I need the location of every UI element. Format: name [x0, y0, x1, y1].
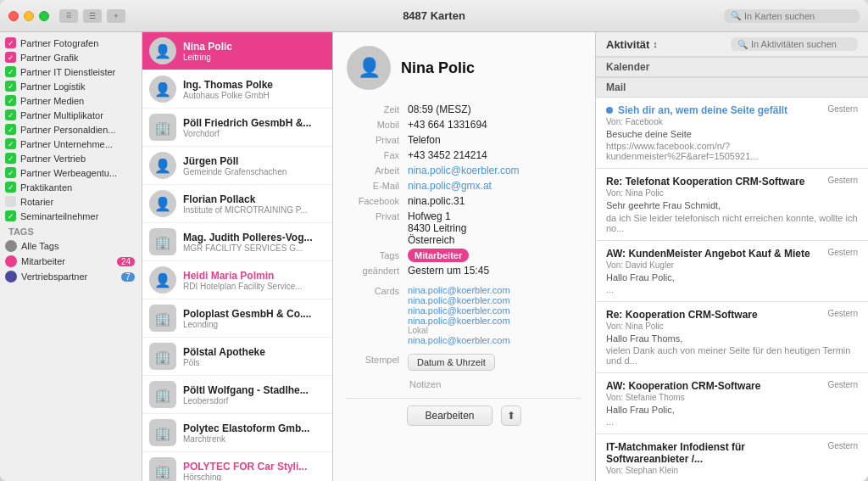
- sidebar-checkbox[interactable]: ✓: [5, 37, 16, 48]
- global-search[interactable]: 🔍: [724, 9, 860, 23]
- mail-item-mail-2[interactable]: Re: Telefonat Kooperation CRM-SoftwareGe…: [596, 169, 868, 240]
- tag-color-icon: [5, 271, 17, 282]
- contact-name: Polytec Elastoform Gmb...: [183, 422, 326, 434]
- sidebar-item-partner-unternehmen[interactable]: ✓Partner Unternehme...: [0, 137, 142, 151]
- sidebar-item-label: Praktikanten: [20, 182, 135, 193]
- sidebar-checkbox[interactable]: [5, 196, 16, 207]
- mail-date: Gestern: [827, 309, 858, 318]
- global-search-input[interactable]: [744, 11, 853, 21]
- mail-subject: AW: Kooperation CRM-Software: [606, 380, 822, 392]
- detail-field-label: Tags: [347, 249, 404, 260]
- contact-item-thomas-polke[interactable]: 👤Ing. Thomas PolkeAutohaus Polke GmbH: [142, 70, 332, 109]
- mail-item-header: Re: Kooperation CRM-SoftwareGestern: [606, 309, 858, 321]
- activity-search[interactable]: 🔍: [731, 37, 858, 51]
- contact-item-polytec-car[interactable]: 🏢POLYTEC FOR Car Styli...Hörsching: [142, 452, 332, 481]
- sidebar-item-seminarteilnehmer[interactable]: ✓Seminarteilnehmer: [0, 209, 142, 223]
- tag-color-icon: [5, 255, 17, 267]
- email-link[interactable]: nina.polic@koerbler.com: [408, 165, 520, 176]
- sidebar-item-rotarier[interactable]: Rotarier: [0, 194, 142, 209]
- activity-search-input[interactable]: [751, 39, 851, 49]
- contact-item-nina-polic[interactable]: 👤Nina PolicLeitring: [142, 32, 332, 70]
- contact-info: Poloplast GesmbH & Co....Leonding: [183, 308, 326, 329]
- contact-item-poell-friedrich[interactable]: 🏢Pöll Friedrich GesmbH &...Vorchdorf: [142, 109, 332, 147]
- edit-button[interactable]: Bearbeiten: [407, 405, 492, 426]
- sidebar-item-partner-fotografen[interactable]: ✓Partner Fotografen: [0, 36, 142, 50]
- mail-item-mail-6[interactable]: IT-Matchmaker Infodienst für Softwareanb…: [596, 434, 868, 481]
- titlebar: ⠿ ☰ + 8487 Karten 🔍: [0, 0, 868, 32]
- detail-avatar: 👤: [347, 46, 391, 90]
- add-contact-icon[interactable]: +: [107, 9, 125, 23]
- sidebar-item-praktikanten[interactable]: ✓Praktikanten: [0, 180, 142, 194]
- view-grid-icon[interactable]: ☰: [83, 9, 102, 23]
- contact-avatar: 👤: [149, 76, 176, 103]
- sidebar-checkbox[interactable]: ✓: [5, 167, 16, 178]
- contact-sub: Marchtrenk: [183, 434, 326, 444]
- card-link[interactable]: nina.polic@koerbler.com: [408, 335, 510, 345]
- mail-item-mail-1[interactable]: Sieh dir an, wem deine Seite gefälltGest…: [596, 98, 868, 169]
- detail-field-row: Fax+43 3452 214214: [347, 148, 581, 163]
- contact-item-poelstal-apotheke[interactable]: 🏢Pölstal ApothekePöls: [142, 338, 332, 376]
- sidebar-tag-alle-tags[interactable]: Alle Tags: [0, 238, 142, 254]
- sidebar-item-partner-logistik[interactable]: ✓Partner Logistik: [0, 79, 142, 93]
- mail-item-header: IT-Matchmaker Infodienst für Softwareanb…: [606, 441, 858, 465]
- sidebar-item-partner-it[interactable]: ✓Partner IT Dienstleister: [0, 64, 142, 79]
- sidebar-checkbox[interactable]: ✓: [5, 66, 16, 77]
- sidebar-checkbox[interactable]: ✓: [5, 81, 16, 92]
- sidebar-item-partner-grafik[interactable]: ✓Partner Grafik: [0, 50, 142, 64]
- detail-field-value[interactable]: nina.polic@koerbler.com: [408, 165, 581, 176]
- stempel-button[interactable]: Datum & Uhrzeit: [408, 354, 495, 371]
- sidebar-checkbox[interactable]: ✓: [5, 124, 16, 135]
- share-button[interactable]: ⬆: [501, 405, 521, 426]
- sidebar-item-partner-vertrieb[interactable]: ✓Partner Vertrieb: [0, 151, 142, 165]
- sidebar-checkbox[interactable]: ✓: [5, 182, 16, 193]
- sidebar-tag-vertriebspartner[interactable]: Vertriebspartner7: [0, 269, 142, 284]
- tag-badge: 24: [117, 257, 135, 266]
- sidebar-checkbox[interactable]: ✓: [5, 138, 16, 149]
- contact-sub: MGR FACILITY SERVICES G...: [183, 243, 326, 253]
- maximize-button[interactable]: [39, 11, 49, 21]
- view-list-icon[interactable]: ⠿: [59, 9, 78, 23]
- detail-field-label: Privat: [347, 210, 404, 221]
- contact-item-judith-polleres[interactable]: 🏢Mag. Judith Polleres-Vog...MGR FACILITY…: [142, 223, 332, 261]
- email-link[interactable]: nina.polic@gmx.at: [408, 180, 492, 192]
- close-button[interactable]: [8, 11, 19, 21]
- mail-preview-extra: https://www.facebook.com/n/?kundenmeiste…: [606, 141, 858, 161]
- sidebar-item-partner-multiplikator[interactable]: ✓Partner Multiplikator: [0, 108, 142, 122]
- card-link[interactable]: nina.polic@koerbler.com: [408, 316, 510, 326]
- sidebar-checkbox[interactable]: ✓: [5, 153, 16, 164]
- sidebar-checkbox[interactable]: ✓: [5, 52, 16, 63]
- unread-dot: [606, 107, 613, 114]
- sidebar-checkbox[interactable]: ✓: [5, 95, 16, 106]
- detail-field-value: Gestern um 15:45: [408, 265, 581, 277]
- contact-item-heidi-polmin[interactable]: 👤Heidi Maria PolminRDI Hotelplan Facilit…: [142, 261, 332, 299]
- tag-badge: 7: [121, 272, 135, 282]
- mail-item-mail-5[interactable]: AW: Kooperation CRM-SoftwareGesternVon: …: [596, 373, 868, 434]
- sidebar-checkbox[interactable]: ✓: [5, 109, 16, 120]
- card-link[interactable]: nina.polic@koerbler.com: [408, 295, 510, 305]
- tag-label: Vertriebspartner: [21, 271, 117, 282]
- contact-item-poeltl-wolfgang[interactable]: 🏢Pöltl Wolfgang - Stadlhe...Leobersdorf: [142, 376, 332, 414]
- contact-item-florian-pollack[interactable]: 👤Florian PollackInstitute of MICROTRAINI…: [142, 185, 332, 223]
- card-link[interactable]: nina.polic@koerbler.com: [408, 285, 510, 295]
- sidebar-item-partner-werbung[interactable]: ✓Partner Werbeagentu...: [0, 165, 142, 180]
- contact-name: Mag. Judith Polleres-Vog...: [183, 232, 326, 243]
- card-link[interactable]: nina.polic@koerbler.com: [408, 305, 510, 316]
- mail-item-mail-3[interactable]: AW: KundenMeister Angebot Kauf & MieteGe…: [596, 241, 868, 302]
- minimize-button[interactable]: [24, 11, 34, 21]
- detail-cards-row: Cards nina.polic@koerbler.comnina.polic@…: [347, 283, 581, 347]
- sidebar-item-partner-personal[interactable]: ✓Partner Personaldien...: [0, 122, 142, 137]
- contact-item-juergen-poell[interactable]: 👤Jürgen PöllGemeinde Grafenschachen: [142, 147, 332, 185]
- mail-date: Gestern: [827, 380, 858, 389]
- contact-item-poloplast[interactable]: 🏢Poloplast GesmbH & Co....Leonding: [142, 299, 332, 338]
- contact-name: Florian Pollack: [183, 193, 326, 205]
- contact-item-polytec-elastoform[interactable]: 🏢Polytec Elastoform Gmb...Marchtrenk: [142, 414, 332, 452]
- detail-field-value[interactable]: nina.polic@gmx.at: [408, 180, 581, 192]
- sort-icon[interactable]: ↕: [653, 39, 658, 49]
- detail-field-row: Mobil+43 664 1331694: [347, 117, 581, 132]
- detail-field-label: Privat: [347, 134, 404, 145]
- sidebar-tag-mitarbeiter[interactable]: Mitarbeiter24: [0, 254, 142, 269]
- sidebar-item-partner-medien[interactable]: ✓Partner Medien: [0, 93, 142, 108]
- sidebar-checkbox[interactable]: ✓: [5, 210, 16, 221]
- mail-subject: IT-Matchmaker Infodienst für Softwareanb…: [606, 441, 822, 465]
- mail-item-mail-4[interactable]: Re: Kooperation CRM-SoftwareGesternVon: …: [596, 302, 868, 373]
